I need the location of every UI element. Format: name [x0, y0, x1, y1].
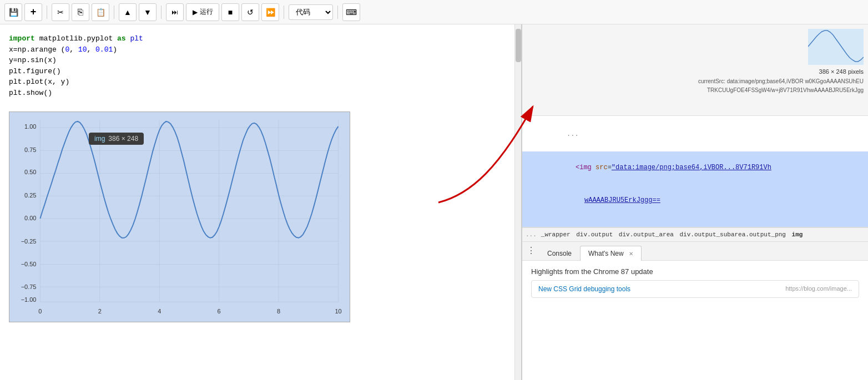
plot-output: 1.00 0.75 0.50 0.25 0.00 −0.25 −0.50 −0.… — [9, 112, 350, 322]
y-label-5: 0.00 — [24, 215, 36, 221]
main-content: import matplotlib.pyplot as plt x=np.ara… — [0, 24, 868, 380]
devtools-image-preview: 386 × 248 pixels currentSrc: data:image/… — [522, 24, 868, 116]
dom-line-dollar[interactable]: "> == $0 — [522, 217, 868, 227]
close-whats-new[interactable]: ✕ — [629, 251, 633, 257]
devtools-dom[interactable]: ... <img src="data:image/png;base64,iVBO… — [522, 116, 868, 227]
separator-5 — [337, 6, 338, 19]
whats-new-title: Highlights from the Chrome 87 update — [531, 267, 859, 276]
copy-button[interactable]: ⎘ — [72, 3, 89, 21]
code-text-5: plt.plot(x, y) — [9, 78, 69, 86]
dom-line-img-cont[interactable]: wAAAABJRU5ErkJggg== — [522, 184, 868, 217]
add-cell-button[interactable]: + — [24, 3, 42, 21]
comma-2: , — [87, 45, 95, 54]
preview-image — [808, 29, 864, 65]
whatsnew-content: Highlights from the Chrome 87 update New… — [522, 261, 868, 381]
preview-src-1: currentSrc: data:image/png;base64,iVBOR … — [698, 77, 864, 86]
svg-rect-1 — [40, 120, 338, 302]
notebook-panel: import matplotlib.pyplot as plt x=np.ara… — [0, 24, 522, 380]
dom-line-img[interactable]: <img src="data:image/png;base64,iVBOR...… — [522, 151, 868, 185]
y-label-9: −1.00 — [21, 296, 37, 303]
x-label-2: 2 — [98, 308, 102, 315]
code-text-6: plt.show() — [9, 89, 52, 97]
move-down-button[interactable]: ▼ — [139, 3, 157, 21]
x-label-10: 10 — [335, 308, 341, 315]
breadcrumb-wrapper[interactable]: _wrapper — [541, 231, 571, 238]
code-cell: import matplotlib.pyplot as plt x=np.ara… — [0, 24, 521, 107]
code-line-5: plt.plot(x, y) — [9, 77, 512, 88]
whats-new-link-url: https://blog.com/image... — [785, 285, 852, 292]
fast-forward-button[interactable]: ⏩ — [261, 3, 279, 21]
keyboard-button[interactable]: ⌨ — [342, 3, 360, 21]
y-label-8: −0.75 — [21, 283, 37, 290]
y-label-1: 1.00 — [24, 123, 36, 130]
code-text-3: y=np.sin(x) — [9, 56, 57, 64]
restart-button[interactable]: ↺ — [241, 3, 259, 21]
separator-3 — [161, 6, 162, 19]
preview-size: 386 × 248 pixels — [698, 67, 864, 77]
y-label-4: 0.25 — [24, 192, 36, 199]
run-button[interactable]: ▶ 运行 — [186, 3, 219, 21]
cell-type-select[interactable]: 代码 — [289, 4, 333, 20]
notebook-scrollbar-thumb — [516, 29, 521, 62]
y-label-7: −0.50 — [21, 261, 37, 267]
whats-new-link[interactable]: New CSS Grid debugging tools https://blo… — [531, 280, 859, 298]
code-line-6: plt.show() — [9, 88, 512, 99]
paren-close: ) — [113, 45, 117, 54]
preview-info: 386 × 248 pixels currentSrc: data:image/… — [698, 67, 864, 95]
skip-forward-button[interactable]: ⏭ — [166, 3, 184, 21]
separator-1 — [47, 6, 47, 19]
move-up-button[interactable]: ▲ — [119, 3, 137, 21]
notebook-scrollbar[interactable] — [514, 24, 521, 380]
keyword-as: as — [117, 34, 126, 43]
breadcrumb-output-subarea[interactable]: div.output_subarea.output_png — [680, 231, 786, 238]
code-line-1: import matplotlib.pyplot as plt — [9, 33, 512, 44]
img-src-link-2[interactable]: wAAAABJRU5ErkJggg== — [584, 196, 660, 204]
console-tab-label: Console — [547, 250, 572, 257]
code-line-3: y=np.sin(x) — [9, 55, 512, 66]
save-button[interactable]: 💾 — [4, 3, 22, 21]
img-tag-label: img — [94, 135, 105, 143]
toolbar: 💾 + ✂ ⎘ 📋 ▲ ▼ ⏭ ▶ 运行 ■ ↺ ⏩ 代码 ⌨ — [0, 0, 868, 24]
code-line-2: x=np.arange (0, 10, 0.01) — [9, 44, 512, 55]
comma-1: , — [69, 45, 78, 54]
run-icon: ▶ — [193, 8, 198, 16]
img-tooltip: img 386 × 248 — [89, 133, 144, 145]
paste-button[interactable]: 📋 — [92, 3, 109, 21]
img-src-link[interactable]: "data:image/png;base64,iVBOR...8V71R91Vh — [612, 164, 771, 171]
dom-line-dots[interactable]: ... — [522, 118, 868, 151]
separator-4 — [284, 6, 284, 19]
code-text-2: x=np.arange ( — [9, 45, 65, 54]
alias: plt — [130, 34, 143, 43]
devtools-breadcrumb: ... _wrapper div.output div.output_area … — [522, 227, 868, 242]
code-text-4: plt.figure() — [9, 67, 61, 75]
run-label: 运行 — [200, 7, 213, 17]
devtools-panel: 386 × 248 pixels currentSrc: data:image/… — [522, 24, 868, 380]
keyword-import: import — [9, 34, 35, 43]
code-line-4: plt.figure() — [9, 66, 512, 77]
separator-2 — [114, 6, 114, 19]
tabs-dots[interactable]: ⋮ — [527, 245, 539, 260]
breadcrumb-img[interactable]: img — [792, 231, 803, 238]
preview-src-2: TRKCUUgFOE4FSSgW4/w+j8V71R91VhwAAAABJRU5… — [698, 86, 864, 95]
whats-new-link-text: New CSS Grid debugging tools — [538, 285, 630, 293]
whats-new-tab-label: What's New — [588, 250, 624, 257]
breadcrumb-dots[interactable]: ... — [526, 231, 537, 238]
x-label-4: 4 — [158, 308, 161, 315]
breadcrumb-output-area[interactable]: div.output_area — [619, 231, 674, 238]
y-label-2: 0.75 — [24, 146, 36, 153]
tab-whats-new[interactable]: What's New ✕ — [580, 246, 642, 261]
plot-svg: 1.00 0.75 0.50 0.25 0.00 −0.25 −0.50 −0.… — [9, 112, 350, 322]
num-10: 10 — [78, 45, 87, 54]
num-001: 0.01 — [95, 45, 113, 54]
img-dimensions: 386 × 248 — [108, 135, 138, 143]
stop-button[interactable]: ■ — [221, 3, 239, 21]
x-label-0: 0 — [38, 308, 42, 315]
tab-console[interactable]: Console — [539, 246, 580, 261]
devtools-tabs: ⋮ Console What's New ✕ — [522, 242, 868, 261]
y-label-6: −0.25 — [21, 238, 37, 245]
code-content: import matplotlib.pyplot as plt x=np.ara… — [0, 29, 521, 103]
x-label-6: 6 — [218, 308, 221, 315]
breadcrumb-output[interactable]: div.output — [576, 231, 613, 238]
y-label-3: 0.50 — [24, 169, 36, 175]
cut-button[interactable]: ✂ — [52, 3, 69, 21]
